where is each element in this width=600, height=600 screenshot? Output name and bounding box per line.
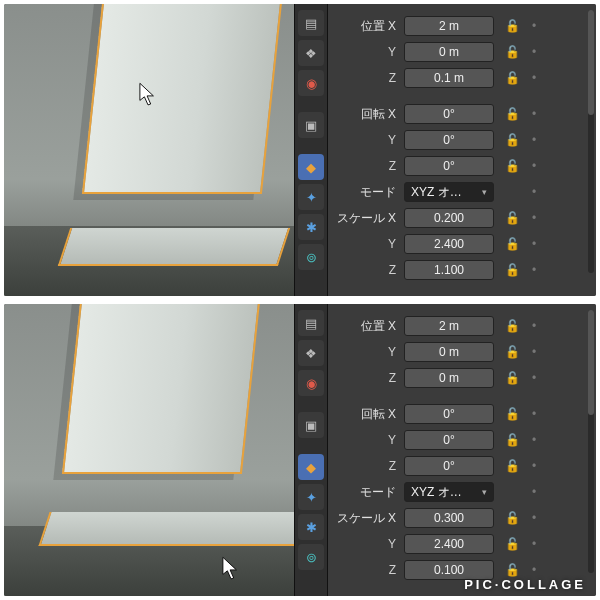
location-y-field[interactable]: 0 m: [404, 42, 494, 62]
scale-y-field[interactable]: 2.400: [404, 234, 494, 254]
axis-label-y: Y: [332, 133, 404, 147]
keyframe-dot-icon[interactable]: •: [526, 508, 542, 528]
mesh-selected[interactable]: [62, 304, 266, 474]
axis-label-z: Z: [332, 71, 404, 85]
chevron-down-icon: ▾: [482, 483, 487, 501]
lock-icon[interactable]: 🔓: [502, 130, 522, 150]
rotation-z-field[interactable]: 0°: [404, 156, 494, 176]
object-icon[interactable]: ◆: [298, 454, 324, 480]
location-label: 位置 X: [332, 318, 404, 335]
keyframe-dot-icon[interactable]: •: [526, 368, 542, 388]
lock-icon[interactable]: 🔓: [502, 16, 522, 36]
mode-label: モード: [332, 184, 404, 201]
keyframe-dot-icon[interactable]: •: [526, 456, 542, 476]
keyframe-dot-icon[interactable]: •: [526, 130, 542, 150]
keyframe-dot-icon[interactable]: •: [526, 208, 542, 228]
viewport-3d[interactable]: [4, 4, 294, 296]
keyframe-dot-icon[interactable]: •: [526, 68, 542, 88]
keyframe-dot-icon[interactable]: •: [526, 534, 542, 554]
rotation-z-field[interactable]: 0°: [404, 456, 494, 476]
keyframe-dot-icon[interactable]: •: [526, 482, 542, 502]
lock-icon[interactable]: 🔓: [502, 534, 522, 554]
lock-icon[interactable]: 🔓: [502, 342, 522, 362]
constraint-icon[interactable]: ⊚: [298, 244, 324, 270]
images-icon[interactable]: ▤: [298, 10, 324, 36]
location-label: 位置 X: [332, 18, 404, 35]
collage-root: ▤ ❖ ◉ ▣ ◆ ✦ ✱ ⊚ 位置 X 2 m 🔓 • Y 0 m 🔓 •: [0, 0, 600, 600]
axis-label-y: Y: [332, 537, 404, 551]
viewport-3d[interactable]: [4, 304, 294, 596]
object-icon[interactable]: ◆: [298, 154, 324, 180]
scale-x-field[interactable]: 0.300: [404, 508, 494, 528]
keyframe-dot-icon[interactable]: •: [526, 104, 542, 124]
world-icon[interactable]: ◉: [298, 370, 324, 396]
lock-icon[interactable]: 🔓: [502, 430, 522, 450]
rotation-x-field[interactable]: 0°: [404, 104, 494, 124]
drop-icon[interactable]: ❖: [298, 40, 324, 66]
lock-icon[interactable]: 🔓: [502, 404, 522, 424]
lock-icon[interactable]: 🔓: [502, 42, 522, 62]
rotation-x-field[interactable]: 0°: [404, 404, 494, 424]
location-x-field[interactable]: 2 m: [404, 16, 494, 36]
mesh-selected[interactable]: [82, 4, 286, 194]
axis-label-z: Z: [332, 159, 404, 173]
lock-icon[interactable]: 🔓: [502, 208, 522, 228]
wrench-icon[interactable]: ✦: [298, 184, 324, 210]
location-y-field[interactable]: 0 m: [404, 342, 494, 362]
scale-x-field[interactable]: 0.200: [404, 208, 494, 228]
keyframe-dot-icon[interactable]: •: [526, 156, 542, 176]
rotation-mode-select[interactable]: XYZ オ… ▾: [404, 182, 494, 202]
constraint-icon[interactable]: ⊚: [298, 544, 324, 570]
lock-icon[interactable]: 🔓: [502, 260, 522, 280]
scroll-thumb[interactable]: [588, 310, 594, 415]
location-z-field[interactable]: 0.1 m: [404, 68, 494, 88]
chevron-down-icon: ▾: [482, 183, 487, 201]
rotation-y-field[interactable]: 0°: [404, 430, 494, 450]
archive-icon[interactable]: ▣: [298, 412, 324, 438]
axis-label-y: Y: [332, 345, 404, 359]
lock-icon[interactable]: 🔓: [502, 68, 522, 88]
keyframe-dot-icon[interactable]: •: [526, 316, 542, 336]
mesh-base[interactable]: [38, 512, 309, 546]
particle-icon[interactable]: ✱: [298, 214, 324, 240]
lock-icon[interactable]: 🔓: [502, 156, 522, 176]
keyframe-dot-icon[interactable]: •: [526, 234, 542, 254]
lock-icon[interactable]: 🔓: [502, 234, 522, 254]
rotation-mode-select[interactable]: XYZ オ… ▾: [404, 482, 494, 502]
drop-icon[interactable]: ❖: [298, 340, 324, 366]
location-z-field[interactable]: 0 m: [404, 368, 494, 388]
lock-icon[interactable]: 🔓: [502, 508, 522, 528]
rotation-mode-value: XYZ オ…: [411, 483, 462, 501]
world-icon[interactable]: ◉: [298, 70, 324, 96]
mode-label: モード: [332, 484, 404, 501]
scale-y-field[interactable]: 2.400: [404, 534, 494, 554]
keyframe-dot-icon[interactable]: •: [526, 182, 542, 202]
keyframe-dot-icon[interactable]: •: [526, 260, 542, 280]
properties-tabs: ▤ ❖ ◉ ▣ ◆ ✦ ✱ ⊚: [294, 4, 328, 296]
lock-icon[interactable]: 🔓: [502, 368, 522, 388]
axis-label-z: Z: [332, 263, 404, 277]
lock-icon[interactable]: 🔓: [502, 104, 522, 124]
screenshot-bottom: ▤ ❖ ◉ ▣ ◆ ✦ ✱ ⊚ 位置 X 2 m 🔓 • Y 0 m 🔓 •: [4, 304, 596, 596]
keyframe-dot-icon[interactable]: •: [526, 342, 542, 362]
lock-icon[interactable]: 🔓: [502, 316, 522, 336]
watermark-label: PIC·COLLAGE: [464, 577, 586, 592]
rotation-y-field[interactable]: 0°: [404, 130, 494, 150]
panel-scrollbar[interactable]: [588, 310, 594, 573]
archive-icon[interactable]: ▣: [298, 112, 324, 138]
panel-scrollbar[interactable]: [588, 10, 594, 273]
keyframe-dot-icon[interactable]: •: [526, 16, 542, 36]
transform-panel: 位置 X 2 m 🔓 • Y 0 m 🔓 • Z 0.1 m 🔓 • 回転 X: [328, 4, 596, 296]
mesh-base[interactable]: [58, 228, 290, 266]
keyframe-dot-icon[interactable]: •: [526, 42, 542, 62]
images-icon[interactable]: ▤: [298, 310, 324, 336]
keyframe-dot-icon[interactable]: •: [526, 404, 542, 424]
scroll-thumb[interactable]: [588, 10, 594, 115]
axis-label-y: Y: [332, 237, 404, 251]
particle-icon[interactable]: ✱: [298, 514, 324, 540]
location-x-field[interactable]: 2 m: [404, 316, 494, 336]
lock-icon[interactable]: 🔓: [502, 456, 522, 476]
keyframe-dot-icon[interactable]: •: [526, 430, 542, 450]
scale-z-field[interactable]: 1.100: [404, 260, 494, 280]
wrench-icon[interactable]: ✦: [298, 484, 324, 510]
